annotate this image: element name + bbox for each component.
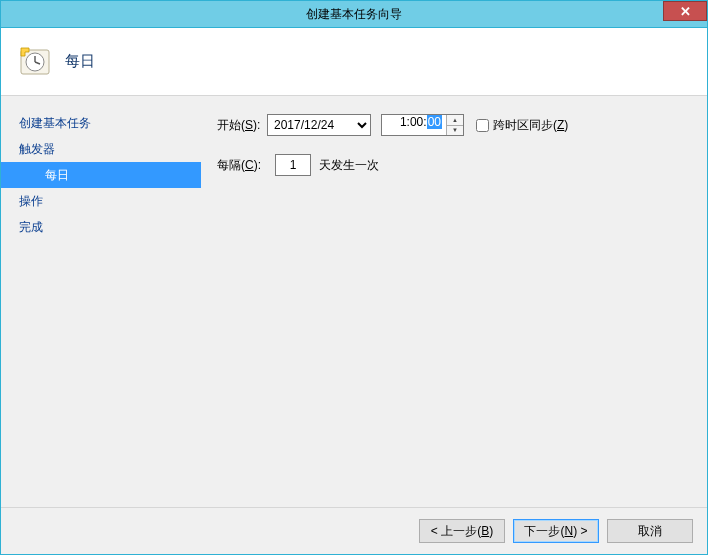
sync-timezone-label: 跨时区同步(Z): [493, 117, 568, 134]
sidebar-item-1[interactable]: 触发器: [1, 136, 201, 162]
start-row: 开始(S): 2017/12/24 1:00:00 ▲ ▼ 跨时区同: [217, 114, 691, 136]
close-button[interactable]: ✕: [663, 1, 707, 21]
window-title: 创建基本任务向导: [1, 6, 707, 23]
footer: < 上一步(B) 下一步(N) > 取消: [1, 507, 707, 554]
wizard-steps-sidebar: 创建基本任务触发器每日操作完成: [1, 96, 201, 507]
sync-timezone-checkbox[interactable]: [476, 119, 489, 132]
clock-new-icon: [19, 46, 51, 78]
header-strip: 每日: [1, 28, 707, 96]
sidebar-item-3[interactable]: 操作: [1, 188, 201, 214]
body: 创建基本任务触发器每日操作完成 开始(S): 2017/12/24 1:00:0…: [1, 96, 707, 507]
close-icon: ✕: [680, 4, 691, 19]
back-button[interactable]: < 上一步(B): [419, 519, 505, 543]
spin-up-icon[interactable]: ▲: [447, 115, 463, 126]
titlebar: 创建基本任务向导 ✕: [1, 1, 707, 28]
time-spinner-buttons: ▲ ▼: [446, 115, 463, 135]
page-title: 每日: [65, 52, 95, 71]
sidebar-item-2[interactable]: 每日: [1, 162, 201, 188]
start-time-value[interactable]: 1:00:00: [382, 115, 446, 135]
recur-label: 每隔(C):: [217, 157, 267, 174]
start-date-picker[interactable]: 2017/12/24: [267, 114, 371, 136]
recur-suffix: 天发生一次: [319, 157, 379, 174]
next-button[interactable]: 下一步(N) >: [513, 519, 599, 543]
recur-days-input[interactable]: [275, 154, 311, 176]
cancel-button[interactable]: 取消: [607, 519, 693, 543]
sidebar-item-4[interactable]: 完成: [1, 214, 201, 240]
sidebar-item-0[interactable]: 创建基本任务: [1, 110, 201, 136]
start-label: 开始(S):: [217, 117, 267, 134]
content-pane: 开始(S): 2017/12/24 1:00:00 ▲ ▼ 跨时区同: [201, 96, 707, 507]
wizard-window: 创建基本任务向导 ✕ 每日 创建基本任务触发器每日操作完成 开始(S): 201…: [0, 0, 708, 555]
spin-down-icon[interactable]: ▼: [447, 126, 463, 136]
start-time-spinner[interactable]: 1:00:00 ▲ ▼: [381, 114, 464, 136]
recur-row: 每隔(C): 天发生一次: [217, 154, 691, 176]
